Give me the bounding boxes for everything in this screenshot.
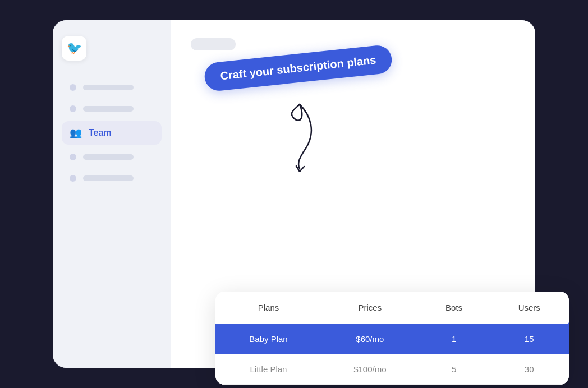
sidebar-bar-5 (83, 175, 134, 181)
sidebar: 🐦 👥 Team (53, 20, 171, 368)
logo-area: 🐦 (62, 36, 162, 61)
col-bots: Bots (419, 292, 490, 324)
table-card: Plans Prices Bots Users Baby Plan $60/mo… (215, 292, 569, 385)
logo-box: 🐦 (62, 36, 86, 61)
team-icon: 👥 (70, 127, 82, 139)
sidebar-dot-4 (70, 154, 76, 160)
sidebar-dot-1 (70, 84, 76, 91)
little-plan-price: $100/mo (321, 354, 419, 385)
main-content: Craft your subscription plans Plans Pric… (171, 20, 535, 368)
top-bar-pill (191, 38, 236, 50)
table-header: Plans Prices Bots Users (215, 292, 569, 324)
table-body: Baby Plan $60/mo 1 15 Little Plan $100/m… (215, 324, 569, 385)
baby-plan-price: $60/mo (321, 324, 419, 354)
brand-logo-icon: 🐦 (67, 41, 82, 56)
outer-card: 🐦 👥 Team (53, 20, 535, 368)
table-row-baby-plan[interactable]: Baby Plan $60/mo 1 15 (215, 324, 569, 354)
arrow-container (266, 99, 333, 174)
plans-table: Plans Prices Bots Users Baby Plan $60/mo… (215, 292, 569, 385)
little-plan-bots: 5 (419, 354, 490, 385)
baby-plan-users: 15 (489, 324, 569, 354)
baby-plan-bots: 1 (419, 324, 490, 354)
sidebar-bar-1 (83, 85, 134, 90)
sidebar-dot-5 (70, 175, 76, 182)
col-users: Users (489, 292, 569, 324)
sidebar-dot-2 (70, 105, 76, 112)
sidebar-item-placeholder-4 (62, 148, 162, 166)
active-row-side-tab (568, 321, 569, 355)
little-plan-name: Little Plan (215, 354, 321, 385)
sidebar-nav: 👥 Team (62, 78, 162, 187)
callout-bubble: Craft your subscription plans (203, 44, 393, 93)
callout-arrow-svg (266, 99, 333, 172)
callout-text: Craft your subscription plans (220, 53, 377, 82)
sidebar-item-placeholder-1 (62, 78, 162, 96)
col-plans: Plans (215, 292, 321, 324)
sidebar-item-team-label: Team (89, 128, 112, 138)
sidebar-bar-4 (83, 154, 134, 160)
sidebar-item-placeholder-5 (62, 169, 162, 187)
baby-plan-name: Baby Plan (215, 324, 321, 354)
sidebar-bar-2 (83, 106, 134, 112)
sidebar-item-team[interactable]: 👥 Team (62, 121, 162, 145)
little-plan-users: 30 (489, 354, 569, 385)
table-row-little-plan[interactable]: Little Plan $100/mo 5 30 (215, 354, 569, 385)
col-prices: Prices (321, 292, 419, 324)
table-header-row: Plans Prices Bots Users (215, 292, 569, 324)
sidebar-item-placeholder-2 (62, 100, 162, 118)
